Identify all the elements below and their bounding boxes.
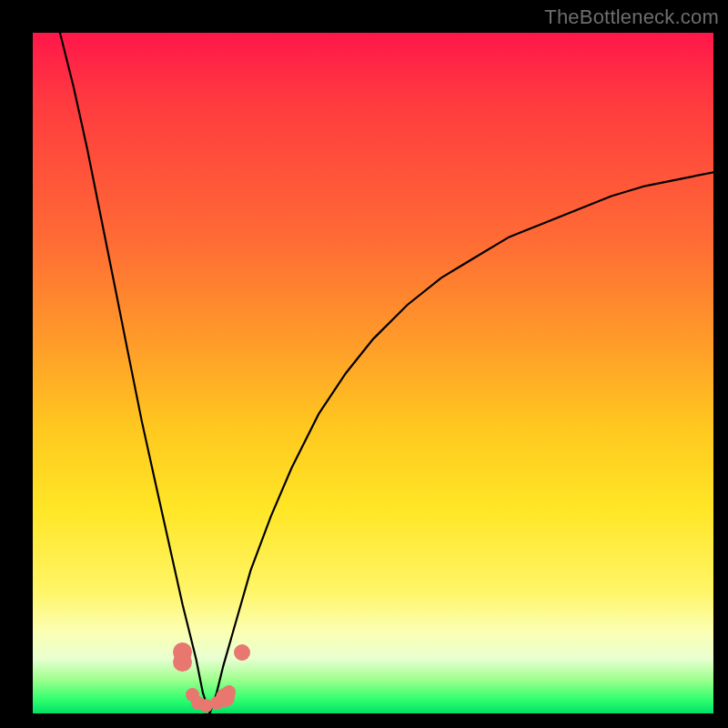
curve-marker bbox=[234, 644, 250, 661]
chart-frame: TheBottleneck.com bbox=[0, 0, 728, 728]
left-branch-path bbox=[60, 33, 210, 713]
plot-area bbox=[33, 33, 713, 713]
curve-marker bbox=[222, 685, 236, 699]
curve-layer bbox=[33, 33, 713, 713]
right-branch-path bbox=[210, 172, 714, 713]
watermark-text: TheBottleneck.com bbox=[544, 5, 719, 29]
